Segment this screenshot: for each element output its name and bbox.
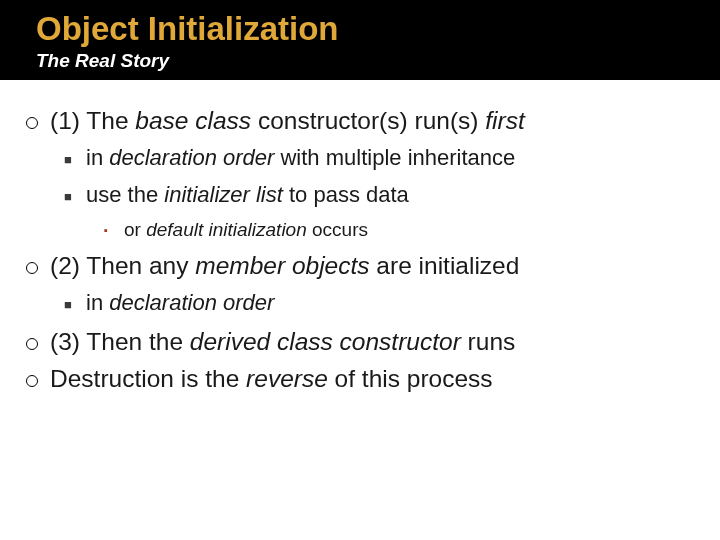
circle-bullet-icon — [26, 362, 50, 395]
list-item-text: (1) The base class constructor(s) run(s)… — [50, 104, 525, 137]
square-bullet-icon: ■ — [64, 288, 86, 314]
square-bullet-icon: ▪ — [104, 217, 124, 238]
list-item: ■in declaration order — [64, 288, 694, 319]
list-item-text: use the initializer list to pass data — [86, 180, 409, 211]
list-item: ■in declaration order with multiple inhe… — [64, 143, 694, 174]
circle-bullet-icon — [26, 325, 50, 358]
list-item-text: Destruction is the reverse of this proce… — [50, 362, 493, 395]
list-item-text: (2) Then any member objects are initiali… — [50, 249, 519, 282]
slide-title: Object Initialization — [36, 10, 720, 48]
list-item: (3) Then the derived class constructor r… — [26, 325, 694, 358]
circle-bullet-icon — [26, 249, 50, 282]
list-item-text: (3) Then the derived class constructor r… — [50, 325, 515, 358]
list-item: ■use the initializer list to pass data — [64, 180, 694, 211]
list-item-text: or default initialization occurs — [124, 217, 368, 244]
list-item-text: in declaration order — [86, 288, 274, 319]
list-item: (1) The base class constructor(s) run(s)… — [26, 104, 694, 137]
list-item-text: in declaration order with multiple inher… — [86, 143, 515, 174]
list-item: Destruction is the reverse of this proce… — [26, 362, 694, 395]
square-bullet-icon: ■ — [64, 180, 86, 206]
list-item: ▪or default initialization occurs — [104, 217, 694, 244]
square-bullet-icon: ■ — [64, 143, 86, 169]
slide-subtitle: The Real Story — [36, 50, 720, 72]
list-item: (2) Then any member objects are initiali… — [26, 249, 694, 282]
slide-header: Object Initialization The Real Story — [0, 0, 720, 80]
slide-content: (1) The base class constructor(s) run(s)… — [0, 80, 720, 395]
circle-bullet-icon — [26, 104, 50, 137]
